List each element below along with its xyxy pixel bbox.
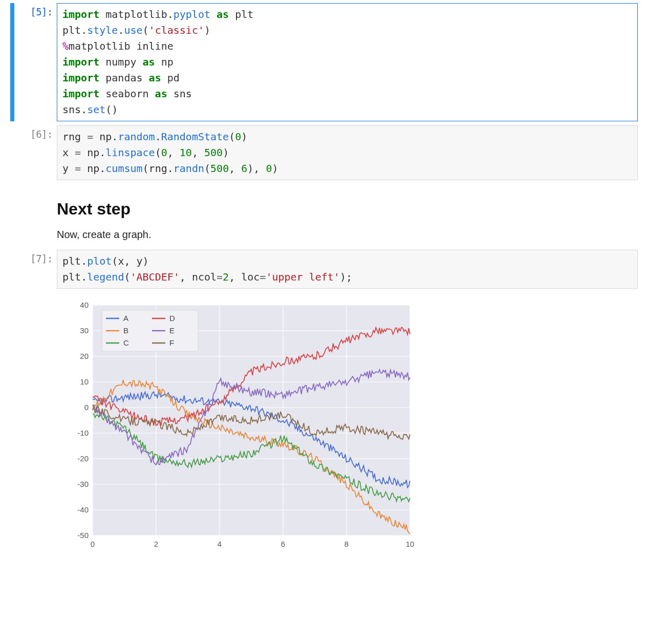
svg-text:4: 4 (218, 540, 222, 548)
cell-run-indicator (10, 125, 14, 180)
svg-text:-50: -50 (77, 531, 89, 540)
svg-text:6: 6 (281, 540, 285, 548)
svg-text:0: 0 (84, 403, 89, 412)
notebook: [5]: import matplotlib.pyplot as plt plt… (0, 2, 648, 591)
code-content[interactable]: plt.plot(x, y) plt.legend('ABCDEF', ncol… (62, 253, 632, 285)
svg-text:40: 40 (80, 300, 89, 309)
svg-text:10: 10 (406, 540, 415, 548)
cell-run-indicator (10, 184, 14, 246)
svg-text:2: 2 (154, 540, 158, 548)
svg-text:D: D (169, 314, 175, 323)
markdown-paragraph: Now, create a graph. (57, 229, 638, 241)
markdown-heading: Next step (57, 200, 638, 219)
line-chart: -50-40-30-20-100102030400246810ABCDEF (57, 295, 425, 556)
cell-prompt: [7]: (14, 250, 57, 264)
markdown-rendered: Next step Now, create a graph. (57, 184, 638, 241)
svg-text:8: 8 (344, 540, 349, 548)
svg-text:B: B (123, 326, 128, 335)
code-cell-6[interactable]: [6]: rng = np.random.RandomState(0) x = … (10, 124, 638, 181)
code-input-area[interactable]: rng = np.random.RandomState(0) x = np.li… (57, 125, 638, 180)
cell-prompt: [5]: (14, 3, 57, 17)
svg-text:30: 30 (80, 326, 89, 335)
cell-prompt: [6]: (14, 125, 57, 140)
svg-text:-40: -40 (77, 505, 89, 514)
cell-run-indicator (10, 3, 14, 121)
svg-text:-10: -10 (77, 428, 89, 437)
code-content[interactable]: rng = np.random.RandomState(0) x = np.li… (62, 129, 632, 177)
svg-text:E: E (169, 326, 175, 335)
svg-text:-20: -20 (77, 454, 89, 463)
code-input-area[interactable]: import matplotlib.pyplot as plt plt.styl… (57, 3, 638, 121)
svg-text:A: A (123, 314, 128, 323)
svg-text:20: 20 (80, 352, 89, 360)
svg-text:0: 0 (91, 540, 95, 548)
cell-run-indicator (10, 250, 14, 557)
code-cell-7[interactable]: [7]: plt.plot(x, y) plt.legend('ABCDEF',… (10, 249, 638, 559)
cell-prompt (14, 184, 57, 187)
code-content[interactable]: import matplotlib.pyplot as plt plt.styl… (62, 7, 632, 118)
svg-text:C: C (123, 338, 129, 347)
svg-text:-30: -30 (77, 480, 89, 488)
code-cell-5[interactable]: [5]: import matplotlib.pyplot as plt plt… (10, 2, 638, 122)
markdown-cell[interactable]: Next step Now, create a graph. (10, 183, 638, 247)
svg-text:10: 10 (80, 377, 89, 386)
cell-output: -50-40-30-20-100102030400246810ABCDEF (57, 292, 638, 557)
code-input-area[interactable]: plt.plot(x, y) plt.legend('ABCDEF', ncol… (57, 250, 638, 289)
svg-text:F: F (169, 338, 174, 347)
